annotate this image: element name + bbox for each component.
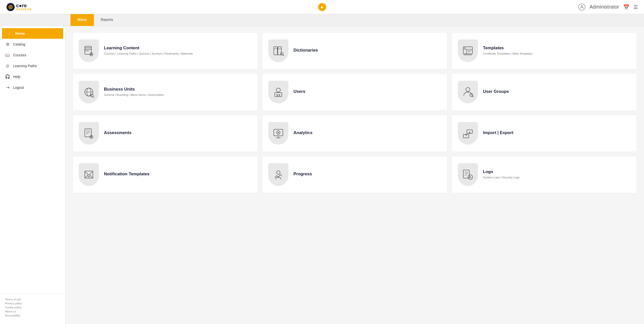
footer-link-privacy[interactable]: Privacy policy xyxy=(5,302,60,305)
import-export-icon-wrap xyxy=(458,122,478,145)
card-assessments[interactable]: Assessments xyxy=(72,115,258,152)
play-button[interactable] xyxy=(318,3,326,11)
business-units-icon xyxy=(83,86,95,98)
progress-title: Progress xyxy=(293,172,441,177)
svg-rect-55 xyxy=(463,170,469,178)
import-export-title: Import | Export xyxy=(483,130,631,135)
dictionaries-icon xyxy=(272,45,284,57)
logo[interactable]: c●re ACHIEVE xyxy=(6,3,32,12)
logo-core-text: c●re xyxy=(16,3,32,8)
templates-icon-wrap xyxy=(458,39,478,62)
logs-title: Logs xyxy=(483,169,631,174)
sidebar-item-courses[interactable]: 📖 Courses xyxy=(0,50,65,60)
nav-tabs: Menu Reports xyxy=(0,14,644,26)
analytics-title: Analytics xyxy=(293,130,441,135)
import-export-icon xyxy=(462,127,474,139)
user-avatar[interactable] xyxy=(578,4,585,11)
home-icon: ⌂ xyxy=(7,31,12,36)
sidebar-label-catalog: Catalog xyxy=(13,42,25,46)
user-name: Administrator xyxy=(589,4,619,10)
users-title: Users xyxy=(293,89,441,94)
learning-content-subtitle: Courses | Learning Paths | Quizzes | Sur… xyxy=(104,52,252,56)
svg-line-36 xyxy=(472,96,473,97)
book-mouse-icon xyxy=(83,45,95,57)
user-groups-text: User Groups xyxy=(483,89,631,95)
learning-paths-icon: ◎ xyxy=(5,63,10,68)
analytics-icon-wrap xyxy=(268,122,288,145)
svg-point-34 xyxy=(466,88,470,92)
card-users[interactable]: Users xyxy=(262,73,447,111)
assessments-title: Assessments xyxy=(104,130,252,135)
svg-rect-44 xyxy=(274,129,283,136)
user-icon xyxy=(579,5,584,10)
user-groups-icon-wrap xyxy=(458,81,478,103)
footer-link-about[interactable]: About us xyxy=(5,310,60,313)
card-import-export[interactable]: Import | Export xyxy=(451,115,637,152)
card-grid: Learning Content Courses | Learning Path… xyxy=(72,32,637,193)
sidebar-label-courses: Courses xyxy=(13,53,26,57)
svg-line-61 xyxy=(470,177,471,178)
layout: ⌂ Home ⊞ Catalog 📖 Courses ◎ Learning Pa… xyxy=(0,26,644,324)
analytics-icon xyxy=(272,127,284,139)
logo-achieve-text: ACHIEVE xyxy=(16,8,32,11)
import-export-text: Import | Export xyxy=(483,130,631,136)
logo-text: c●re ACHIEVE xyxy=(16,3,32,11)
svg-point-20 xyxy=(464,48,465,49)
assessments-icon xyxy=(83,127,95,139)
main-content: Learning Content Courses | Learning Path… xyxy=(65,26,644,324)
business-units-text: Business Units General | Branding | Menu… xyxy=(104,87,252,97)
card-templates[interactable]: Templates Certificate Templates | Slide … xyxy=(451,32,637,69)
progress-text: Progress xyxy=(293,172,441,178)
calendar-icon[interactable]: 📅 xyxy=(623,4,629,10)
footer-link-cookie[interactable]: Cookie policy xyxy=(5,306,60,309)
business-units-subtitle: General | Branding | Menu Items | Subscr… xyxy=(104,93,252,97)
card-analytics[interactable]: Analytics xyxy=(262,115,447,152)
sidebar-footer: Terms of use Privacy policy Cookie polic… xyxy=(0,294,65,322)
svg-rect-33 xyxy=(277,95,279,96)
catalog-icon: ⊞ xyxy=(5,42,10,47)
logs-subtitle: System Logs | Security Logs xyxy=(483,175,631,180)
svg-line-16 xyxy=(283,55,284,56)
card-learning-content[interactable]: Learning Content Courses | Learning Path… xyxy=(72,32,258,69)
learning-content-text: Learning Content Courses | Learning Path… xyxy=(104,46,252,56)
notification-templates-title: Notification Templates xyxy=(104,172,252,177)
card-progress[interactable]: Progress xyxy=(262,156,447,193)
user-groups-icon xyxy=(462,86,474,98)
topbar-right: Administrator 📅 ☰ xyxy=(578,4,638,11)
sidebar-item-help[interactable]: 🎧 Help xyxy=(0,71,65,82)
sidebar-item-catalog[interactable]: ⊞ Catalog xyxy=(0,39,65,50)
help-icon: 🎧 xyxy=(5,74,10,79)
card-user-groups[interactable]: User Groups xyxy=(451,73,637,111)
svg-rect-11 xyxy=(274,47,277,55)
svg-point-54 xyxy=(277,171,280,174)
logout-icon: ⇥ xyxy=(5,85,10,90)
svg-point-2 xyxy=(10,6,11,8)
footer-link-accessibility[interactable]: Accessibility xyxy=(5,314,60,317)
svg-point-3 xyxy=(581,5,583,7)
sidebar-item-logout[interactable]: ⇥ Logout xyxy=(0,82,65,93)
sidebar-label-logout: Logout xyxy=(13,86,24,90)
sidebar-item-home[interactable]: ⌂ Home xyxy=(2,28,63,39)
progress-icon xyxy=(272,169,284,181)
card-logs[interactable]: Logs System Logs | Security Logs xyxy=(451,156,637,193)
users-icon-wrap xyxy=(268,81,288,103)
sidebar-item-learning-paths[interactable]: ◎ Learning Paths xyxy=(0,60,65,71)
card-notification-templates[interactable]: Notification Templates xyxy=(72,156,258,193)
users-text: Users xyxy=(293,89,441,95)
tab-reports[interactable]: Reports xyxy=(94,14,120,26)
card-business-units[interactable]: Business Units General | Branding | Menu… xyxy=(72,73,258,111)
sidebar: ⌂ Home ⊞ Catalog 📖 Courses ◎ Learning Pa… xyxy=(0,26,65,324)
tab-menu[interactable]: Menu xyxy=(70,14,94,26)
learning-content-title: Learning Content xyxy=(104,46,252,51)
svg-point-46 xyxy=(278,132,279,133)
learning-content-icon-wrap xyxy=(79,39,99,62)
card-dictionaries[interactable]: Dictionaries xyxy=(262,32,447,69)
footer-link-terms[interactable]: Terms of use xyxy=(5,298,60,301)
notification-icon xyxy=(83,169,95,181)
menu-icon[interactable]: ☰ xyxy=(633,4,638,10)
users-icon xyxy=(272,86,284,98)
progress-icon-wrap xyxy=(268,163,288,186)
templates-title: Templates xyxy=(483,46,631,51)
courses-icon: 📖 xyxy=(5,53,10,57)
svg-rect-12 xyxy=(278,47,281,55)
